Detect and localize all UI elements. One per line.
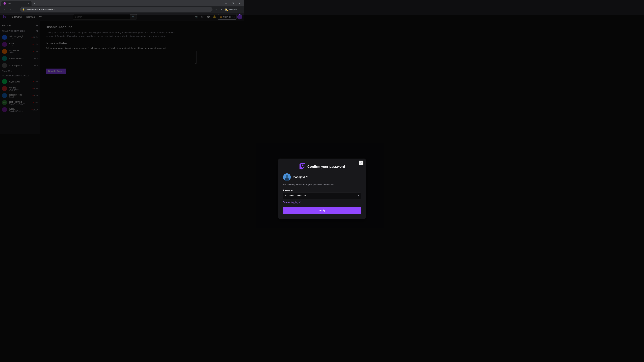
win-maximize-btn[interactable]: ❐ (230, 1, 236, 6)
win-close-btn[interactable]: ✕ (236, 1, 243, 6)
incognito-label: 🕵 Incognito (224, 7, 237, 12)
modal-overlay: ✕ Confirm your password moodjoy071 For s… (0, 15, 244, 137)
forward-btn[interactable]: → (8, 7, 13, 12)
browser-menu-btn[interactable]: ⋮ (238, 7, 242, 12)
url-text: twitch.tv/user/disable-account (26, 8, 210, 11)
browser-tab[interactable]: 🟣 Twitch ✕ (1, 1, 32, 6)
url-bar[interactable]: 🔒 twitch.tv/user/disable-account (20, 7, 212, 12)
tab-title: Twitch (8, 2, 26, 5)
bookmark-btn[interactable]: ☆ (214, 7, 218, 12)
tab-close-btn[interactable]: ✕ (27, 2, 30, 5)
browser-profile-btn[interactable]: ⊡ (219, 7, 224, 12)
new-tab-btn[interactable]: + (32, 1, 37, 6)
win-minimize-btn[interactable]: — (223, 1, 230, 6)
browser-chrome: 🟣 Twitch ✕ + — ❐ ✕ ← → ↻ 🔒 twitch.tv/use… (0, 0, 244, 13)
back-btn[interactable]: ← (2, 7, 7, 12)
secure-icon: 🔒 (22, 8, 25, 10)
browser-tab-bar: 🟣 Twitch ✕ + — ❐ ✕ (0, 0, 244, 6)
browser-controls: ← → ↻ 🔒 twitch.tv/user/disable-account ☆… (0, 6, 244, 13)
tab-favicon: 🟣 (3, 2, 6, 5)
reload-btn[interactable]: ↻ (14, 7, 19, 12)
